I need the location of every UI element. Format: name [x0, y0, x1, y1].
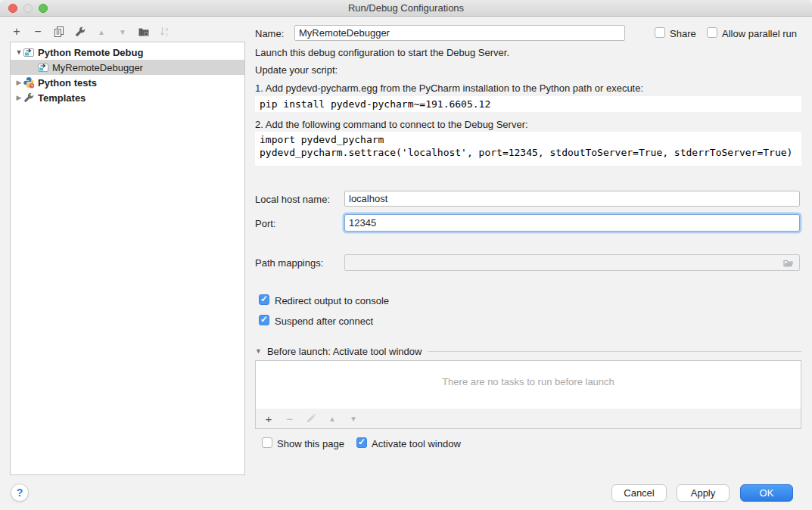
tree-item-label: Python tests — [38, 77, 97, 89]
before-launch-tasks-panel: There are no tasks to run before launch — [255, 360, 801, 409]
share-label: Share — [670, 28, 696, 39]
new-folder-button[interactable] — [137, 25, 151, 39]
step2-text: 2. Add the following command to connect … — [255, 119, 528, 130]
activate-tool-window-label: Activate tool window — [372, 438, 461, 449]
move-task-up-button: ▲ — [325, 412, 339, 425]
tree-item-label: Templates — [38, 92, 86, 104]
configurations-toolbar: + − ▲ ▼ az — [10, 23, 172, 41]
pip-command-field[interactable]: pip install pydevd-pycharm~=191.6605.12 — [255, 96, 801, 112]
chevron-expanded-icon[interactable]: ▼ — [255, 347, 262, 355]
move-up-button: ▲ — [95, 25, 108, 39]
wrench-icon — [74, 26, 86, 38]
svg-text:z: z — [166, 32, 169, 37]
intro-text: Launch this debug configuration to start… — [255, 47, 509, 58]
chevron-collapsed-icon[interactable]: ▶ — [15, 79, 23, 86]
cancel-button[interactable]: Cancel — [611, 484, 667, 502]
svg-text:a: a — [166, 26, 169, 32]
titlebar: Run/Debug Configurations — [0, 0, 812, 17]
local-host-name-label: Local host name: — [255, 194, 330, 205]
run-config-icon — [37, 61, 49, 73]
pencil-icon — [306, 413, 316, 424]
tree-item-templates[interactable]: ▶ Templates — [11, 90, 244, 105]
allow-parallel-run-checkbox[interactable] — [707, 27, 717, 38]
port-input[interactable] — [344, 214, 800, 232]
settrace-code-field[interactable]: import pydevd_pycharm pydevd_pycharm.set… — [255, 132, 801, 166]
local-host-name-input[interactable] — [344, 191, 800, 207]
chevron-expanded-icon[interactable]: ▼ — [15, 48, 23, 56]
before-launch-title: Before launch: Activate tool window — [267, 346, 422, 357]
edit-templates-button[interactable] — [73, 25, 87, 39]
name-label: Name: — [255, 28, 284, 39]
show-this-page-label: Show this page — [277, 438, 344, 449]
window-title: Run/Debug Configurations — [0, 2, 812, 14]
wrench-icon — [23, 92, 35, 104]
path-mappings-label: Path mappings: — [255, 257, 323, 269]
move-down-button: ▼ — [116, 25, 129, 39]
step1-text: 1. Add pydevd-pycharm.egg from the PyCha… — [255, 82, 643, 94]
add-task-button[interactable]: + — [262, 412, 275, 425]
tree-item-label: MyRemoteDebugger — [52, 62, 143, 73]
allow-parallel-run-label: Allow parallel run — [722, 28, 797, 39]
copy-icon — [53, 26, 65, 38]
suspend-after-connect-label: Suspend after connect — [275, 316, 373, 327]
redirect-output-label: Redirect output to console — [275, 295, 389, 306]
add-configuration-button[interactable]: + — [10, 25, 23, 39]
apply-button[interactable]: Apply — [677, 484, 730, 502]
tree-item-myremotedebugger[interactable]: MyRemoteDebugger — [11, 60, 244, 75]
code-line-2: pydevd_pycharm.settrace('localhost', por… — [260, 147, 792, 158]
chevron-collapsed-icon[interactable]: ▶ — [15, 94, 23, 101]
tree-item-label: Python Remote Debug — [38, 47, 143, 58]
port-label: Port: — [255, 218, 275, 229]
edit-task-button — [304, 412, 318, 425]
path-mappings-field[interactable] — [344, 254, 800, 271]
activate-tool-window-checkbox[interactable] — [356, 437, 367, 448]
update-script-text: Update your script: — [255, 64, 338, 76]
no-tasks-text: There are no tasks to run before launch — [256, 376, 801, 387]
new-folder-icon — [138, 26, 150, 38]
suspend-after-connect-checkbox[interactable] — [259, 315, 269, 325]
before-launch-toolbar: + − ▲ ▼ — [255, 409, 801, 429]
sort-alpha-icon: az — [159, 26, 171, 38]
tree-item-python-tests[interactable]: ▶ Python tests — [11, 75, 244, 90]
remove-configuration-button[interactable]: − — [31, 25, 45, 39]
folder-icon[interactable] — [782, 257, 795, 272]
remove-task-button: − — [283, 412, 297, 425]
run-config-icon — [23, 46, 35, 58]
move-task-down-button: ▼ — [347, 412, 360, 425]
sort-alpha-button: az — [158, 25, 172, 39]
configurations-tree: ▼ Python Remote Debug MyRemoteDebugger ▶… — [10, 42, 245, 475]
help-button[interactable]: ? — [11, 484, 29, 502]
separator-line — [428, 351, 801, 352]
share-checkbox[interactable] — [655, 27, 665, 38]
code-line-1: import pydevd_pycharm — [260, 134, 384, 145]
run-debug-configurations-dialog: Run/Debug Configurations + − ▲ ▼ az ▼ Py… — [0, 0, 812, 510]
name-input[interactable] — [294, 25, 625, 41]
tree-item-python-remote-debug[interactable]: ▼ Python Remote Debug — [11, 45, 244, 60]
python-tests-icon — [23, 76, 35, 89]
before-launch-header[interactable]: ▼ Before launch: Activate tool window — [255, 345, 801, 357]
copy-configuration-button[interactable] — [52, 25, 66, 39]
ok-button[interactable]: OK — [740, 484, 793, 502]
redirect-output-checkbox[interactable] — [259, 294, 269, 305]
show-this-page-checkbox[interactable] — [262, 437, 272, 448]
